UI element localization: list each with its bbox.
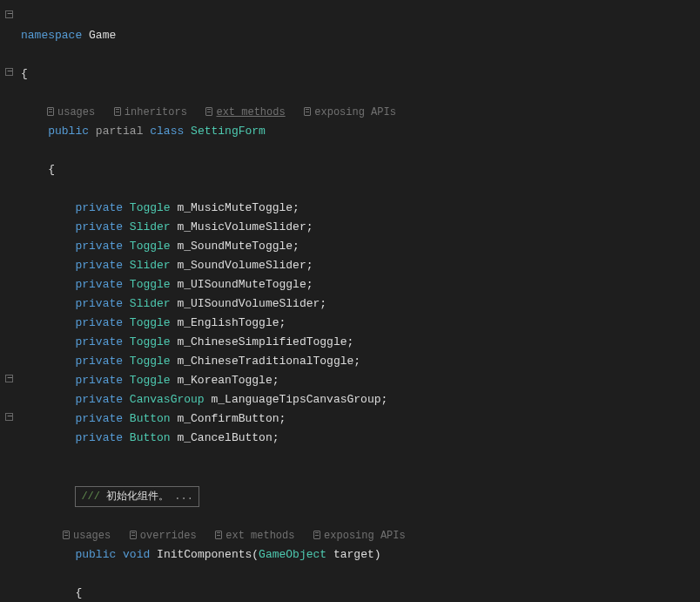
hint-icon (47, 107, 54, 116)
keyword-private: private (75, 278, 123, 291)
field-declaration: private Button m_CancelButton; (21, 429, 700, 448)
field-declaration: private Toggle m_ChineseTraditionalToggl… (21, 352, 700, 371)
keyword-private: private (75, 412, 123, 425)
keyword-void: void (123, 548, 150, 561)
hint-icon (130, 531, 137, 539)
field-declaration: private Toggle m_MusicMuteToggle; (21, 199, 700, 218)
field-declaration: private Slider m_SoundVolumeSlider; (21, 256, 700, 275)
code-lens-class[interactable]: usages inheritors ext methods exposing A… (21, 103, 396, 122)
blank-line (21, 448, 700, 467)
field-name: m_UISoundMuteToggle (177, 278, 306, 291)
keyword-private: private (75, 374, 123, 387)
field-declaration: private Toggle m_KoreanToggle; (21, 371, 700, 390)
ext-methods-link[interactable]: ext methods (216, 106, 285, 118)
gutter (0, 0, 17, 602)
field-declaration: private Toggle m_EnglishToggle; (21, 314, 700, 333)
keyword-private: private (75, 316, 123, 329)
field-name: m_ChineseSimplifiedToggle (177, 335, 347, 348)
field-type: Toggle (130, 355, 171, 368)
field-type: Button (130, 412, 171, 425)
field-name: m_UISoundVolumeSlider (177, 297, 320, 310)
fold-method-icon[interactable] (5, 413, 13, 421)
fold-namespace-icon[interactable] (5, 10, 13, 18)
field-type: Slider (130, 220, 171, 233)
fold-class-icon[interactable] (5, 68, 13, 76)
keyword-private: private (75, 220, 123, 233)
hint-icon (114, 107, 121, 116)
field-type: Toggle (130, 335, 171, 348)
keyword-class: class (150, 125, 184, 138)
field-declaration: private Slider m_MusicVolumeSlider; (21, 218, 700, 237)
field-name: m_ConfirmButton (177, 412, 279, 425)
brace: { (21, 67, 28, 80)
field-type: Button (130, 431, 171, 444)
brace: { (48, 163, 55, 176)
field-declaration: private Toggle m_ChineseSimplifiedToggle… (21, 333, 700, 352)
param-name: target (333, 548, 374, 561)
hint-icon (304, 107, 311, 116)
field-type: Slider (130, 259, 171, 272)
keyword-private: private (75, 259, 123, 272)
keyword-private: private (75, 240, 123, 253)
field-type: Slider (130, 297, 171, 310)
field-name: m_SoundMuteToggle (177, 240, 293, 253)
keyword-private: private (75, 431, 123, 444)
brace: { (75, 586, 82, 599)
field-name: m_ChineseTraditionalToggle (177, 355, 353, 368)
keyword-private: private (75, 297, 123, 310)
field-type: CanvasGroup (130, 393, 205, 406)
keyword-public: public (75, 548, 116, 561)
fold-comment-icon[interactable] (5, 375, 13, 382)
field-type: Toggle (130, 316, 171, 329)
keyword-private: private (75, 335, 123, 348)
hint-icon (63, 531, 70, 539)
code-editor[interactable]: namespace Game { usages inheritors ext m… (0, 0, 700, 602)
field-name: m_EnglishToggle (177, 316, 279, 329)
method-name: InitComponents (157, 548, 252, 561)
field-declaration: private Button m_ConfirmButton; (21, 409, 700, 429)
field-type: Toggle (130, 278, 171, 291)
keyword-private: private (75, 355, 123, 368)
keyword-public: public (48, 125, 89, 138)
param-type: GameObject (259, 548, 326, 561)
field-declaration: private CanvasGroup m_LanguageTipsCanvas… (21, 390, 700, 409)
namespace-name: Game (89, 29, 116, 42)
hint-icon (205, 107, 212, 116)
keyword-private: private (75, 201, 123, 214)
code-lens-method[interactable]: usages overrides ext methods exposing AP… (21, 526, 406, 545)
field-name: m_CancelButton (177, 431, 272, 444)
field-type: Toggle (130, 374, 171, 387)
class-name: SettingForm (191, 125, 266, 138)
field-name: m_KoreanToggle (177, 374, 272, 387)
field-declaration: private Slider m_UISoundVolumeSlider; (21, 294, 700, 314)
field-name: m_LanguageTipsCanvasGroup (211, 393, 380, 406)
hint-icon (313, 531, 320, 539)
keyword-private: private (75, 393, 123, 406)
field-name: m_MusicMuteToggle (177, 201, 293, 214)
field-declaration: private Toggle m_SoundMuteToggle; (21, 237, 700, 256)
field-declaration: private Toggle m_UISoundMuteToggle; (21, 275, 700, 294)
field-type: Toggle (130, 201, 171, 214)
hint-icon (215, 531, 222, 539)
field-name: m_SoundVolumeSlider (177, 259, 306, 272)
folded-comment[interactable]: /// 初始化组件。... (75, 486, 199, 507)
keyword-partial: partial (96, 125, 144, 138)
field-type: Toggle (130, 240, 171, 253)
field-name: m_MusicVolumeSlider (177, 220, 306, 233)
keyword-namespace: namespace (21, 29, 82, 42)
